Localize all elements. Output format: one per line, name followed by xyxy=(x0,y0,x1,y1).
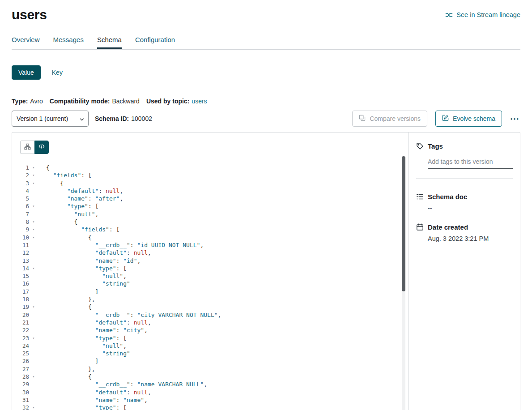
fold-spacer xyxy=(29,319,38,326)
code-text: "type": [ xyxy=(38,404,127,410)
fold-spacer xyxy=(29,311,38,319)
tab-messages[interactable]: Messages xyxy=(53,36,84,49)
fold-toggle-icon[interactable]: ▾ xyxy=(29,303,38,311)
fold-spacer xyxy=(29,280,38,287)
fold-toggle-icon[interactable]: ▾ xyxy=(29,171,38,179)
code-line-26: 26 ] xyxy=(12,357,409,365)
fold-toggle-icon[interactable]: ▾ xyxy=(29,218,38,226)
code-line-21: 21 "default": null, xyxy=(12,319,409,326)
fold-toggle-icon[interactable]: ▾ xyxy=(29,373,38,380)
code-line-14: 14▾ "type": [ xyxy=(12,265,409,272)
code-line-7: 7 "null", xyxy=(12,210,409,218)
fold-toggle-icon[interactable]: ▾ xyxy=(29,334,38,342)
code-text: "default": null, xyxy=(38,249,151,256)
fold-spacer xyxy=(29,357,38,365)
code-line-22: 22 "name": "city", xyxy=(12,326,409,334)
code-text: "__crdb__": "city VARCHAR NOT NULL", xyxy=(38,311,221,319)
schema-doc-heading: Schema doc xyxy=(416,193,513,201)
line-number: 17 xyxy=(12,288,29,295)
compare-versions-label: Compare versions xyxy=(370,115,421,122)
code-line-25: 25 "string" xyxy=(12,350,409,357)
code-line-27: 27 }, xyxy=(12,365,409,373)
fold-spacer xyxy=(29,365,38,373)
code-line-29: 29 "__crdb__": "name VARCHAR NULL", xyxy=(12,380,409,388)
code-line-32: 32▾ "type": [ xyxy=(12,404,409,410)
tab-configuration[interactable]: Configuration xyxy=(135,36,175,49)
compatibility-mode-value: Backward xyxy=(112,98,139,105)
schema-meta: Type:Avro Compatibility mode:Backward Us… xyxy=(12,98,520,105)
code-text: { xyxy=(38,164,50,171)
line-number: 32 xyxy=(12,404,29,410)
fold-spacer xyxy=(29,342,38,350)
code-text: "null", xyxy=(38,342,127,350)
schema-sidebar: Tags Schema doc -- xyxy=(409,132,520,410)
more-options-button[interactable]: ⋯ xyxy=(509,112,520,125)
schema-toolbar: Version 1 (current) Schema ID:100002 Com… xyxy=(12,111,520,127)
tree-view-icon xyxy=(24,143,31,152)
line-number: 31 xyxy=(12,396,29,404)
line-number: 1 xyxy=(12,164,29,171)
fold-toggle-icon[interactable]: ▾ xyxy=(29,265,38,272)
line-number: 20 xyxy=(12,311,29,319)
code-text: ] xyxy=(38,288,98,295)
evolve-schema-button[interactable]: Evolve schema xyxy=(435,111,502,127)
line-number: 21 xyxy=(12,319,29,326)
fold-spacer xyxy=(29,272,38,280)
compare-versions-icon xyxy=(359,115,366,123)
line-number: 28 xyxy=(12,373,29,380)
version-select[interactable]: Version 1 (current) xyxy=(12,111,89,127)
schema-doc-title: Schema doc xyxy=(428,193,467,201)
compare-versions-button[interactable]: Compare versions xyxy=(352,111,427,127)
tab-overview[interactable]: Overview xyxy=(12,36,40,49)
code-text: "name": "after", xyxy=(38,195,123,202)
code-line-31: 31 "name": "name", xyxy=(12,396,409,404)
add-tags-input[interactable] xyxy=(428,157,513,169)
line-number: 29 xyxy=(12,380,29,388)
code-text: "string" xyxy=(38,280,130,287)
code-text: "null", xyxy=(38,210,98,218)
fold-toggle-icon[interactable]: ▾ xyxy=(29,226,38,233)
code-text: { xyxy=(38,373,92,380)
line-number: 7 xyxy=(12,210,29,218)
code-line-2: 2▾ "fields": [ xyxy=(12,171,409,179)
fold-spacer xyxy=(29,380,38,388)
editor-view-toggle xyxy=(12,132,409,154)
code-text: ] xyxy=(38,357,98,365)
line-number: 2 xyxy=(12,171,29,179)
code-text: "name": "name", xyxy=(38,396,148,404)
tree-view-button[interactable] xyxy=(20,141,34,154)
code-line-1: 1▾{ xyxy=(12,164,409,171)
line-number: 13 xyxy=(12,257,29,265)
fold-toggle-icon[interactable]: ▾ xyxy=(29,234,38,241)
fold-toggle-icon[interactable]: ▾ xyxy=(29,164,38,171)
schema-editor: 1▾{2▾ "fields": [3▾ {4 "default": null,5… xyxy=(12,132,409,410)
stream-lineage-link[interactable]: See in Stream lineage xyxy=(445,11,520,19)
editor-scrollbar-thumb[interactable] xyxy=(402,156,405,291)
line-number: 18 xyxy=(12,295,29,303)
used-by-topic-link[interactable]: users xyxy=(192,98,207,105)
value-toggle-button[interactable]: Value xyxy=(12,65,41,80)
used-by-topic-label: Used by topic: xyxy=(146,98,189,105)
type-label: Type: xyxy=(12,98,28,105)
key-toggle-link[interactable]: Key xyxy=(52,69,63,76)
code-text: { xyxy=(38,303,92,311)
code-view-button[interactable] xyxy=(34,141,49,154)
tab-schema[interactable]: Schema xyxy=(97,36,122,49)
code-text: "fields": [ xyxy=(38,171,92,179)
code-text: "type": [ xyxy=(38,334,127,342)
fold-toggle-icon[interactable]: ▾ xyxy=(29,202,38,210)
code-text: "fields": [ xyxy=(38,226,119,233)
code-text: }, xyxy=(38,365,95,373)
schema-part-toggle: Value Key xyxy=(12,65,520,80)
fold-spacer xyxy=(29,396,38,404)
fold-toggle-icon[interactable]: ▾ xyxy=(29,404,38,410)
code-line-24: 24 "null", xyxy=(12,342,409,350)
sidebar-divider xyxy=(416,178,513,179)
line-number: 16 xyxy=(12,280,29,287)
code-line-17: 17 ] xyxy=(12,288,409,295)
fold-toggle-icon[interactable]: ▾ xyxy=(29,179,38,187)
schema-id: Schema ID:100002 xyxy=(95,115,152,122)
code-text: "name": "city", xyxy=(38,326,148,334)
editor-scrollbar-track[interactable] xyxy=(402,156,405,410)
code-line-9: 9▾ "fields": [ xyxy=(12,226,409,233)
